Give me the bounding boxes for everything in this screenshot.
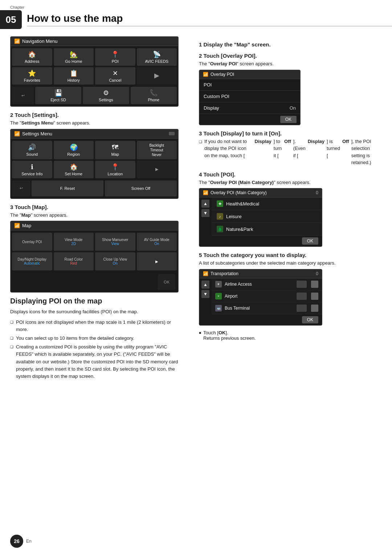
poi-main-row-nature[interactable]: 🌲 Nature&Park	[212, 223, 322, 236]
right-step1-heading: 1 Display the "Map" screen.	[199, 41, 382, 48]
poi-main-ok-btn[interactable]: OK	[302, 237, 318, 245]
map-cell-road-color[interactable]: Road Color Red	[54, 252, 94, 270]
trans-airport-label: Airport	[225, 294, 237, 299]
map-cell-av-guide[interactable]: AV Guide Mode On	[137, 233, 177, 251]
map-cell-view-mode[interactable]: View Mode 2D	[54, 233, 94, 251]
poi-up-arrow[interactable]: ▲	[201, 200, 209, 208]
page-lang: En	[26, 539, 32, 544]
map-cell-more2[interactable]: ▶	[137, 252, 177, 270]
nav-cell-favorites-label: Favorites	[24, 78, 40, 82]
poi-main-row-health[interactable]: ✚ Health&Medical	[212, 197, 322, 210]
signal-icon6: 📶	[203, 271, 208, 276]
map-ok-btn[interactable]: OK	[158, 274, 175, 290]
map-icon: 🗺	[112, 144, 118, 151]
nav-cell-settings[interactable]: ⚙ Settings	[83, 87, 129, 104]
settings-cell-more[interactable]: ▶	[137, 161, 177, 178]
map-cell-close-up[interactable]: Close Up View On	[95, 252, 135, 270]
region-icon: 🌍	[70, 143, 78, 151]
nav-cell-history[interactable]: 📋 History	[54, 67, 94, 85]
nav-menu-grid: 🏠 Address 🏡 Go Home 📍 POI 📡 AVIC FEEDS ⭐	[11, 46, 178, 87]
overlay-poi-title-label: Overlay POI	[211, 72, 234, 77]
right-step5: 5 Touch the category you want to display…	[199, 252, 382, 326]
trans-airport-img2	[311, 293, 318, 300]
map-more-icon: ▶	[155, 260, 158, 264]
overlay-ok-row: OK	[199, 114, 300, 125]
overlay-poi-row-display[interactable]: Display On	[199, 102, 300, 114]
settings-cell-region[interactable]: 🌍 Region	[54, 141, 94, 159]
settings-cell-sound[interactable]: 🔊 Sound	[12, 141, 52, 159]
nav-cell-favorites[interactable]: ⭐ Favorites	[12, 67, 52, 85]
settings-menu-grid: 🔊 Sound 🌍 Region 🗺 Map BacklightTimeoutN…	[11, 139, 178, 180]
map-road-color-label: Road Color	[64, 257, 83, 261]
trans-bus-label: Bus Terminal	[225, 306, 250, 311]
settings-cell-service-info-label: Service Info	[21, 172, 42, 176]
settings-back-btn[interactable]: ↩	[12, 180, 30, 196]
nav-cell-avic[interactable]: 📡 AVIC FEEDS	[137, 48, 177, 66]
map-panel-title: 📶 Map	[11, 221, 178, 230]
signal-icon2: 📶	[14, 131, 20, 136]
chapter-badge: 05	[0, 10, 22, 29]
settings-menu-title: 📶 Settings Menu	[11, 129, 178, 139]
settings-cell-set-home-label: Set Home	[65, 172, 82, 176]
health-icon: ✚	[217, 200, 223, 207]
transportation-ok-btn[interactable]: OK	[302, 316, 318, 323]
nav-cell-more[interactable]: ▶	[137, 67, 177, 85]
map-day-night-label: Day/Night Display	[18, 257, 46, 261]
map-road-color-val: Red	[70, 261, 77, 265]
settings-cell-map[interactable]: 🗺 Map	[95, 141, 135, 159]
poi-main-list-wrapper: ▲ ▼ ✚ Health&Medical ♪ Leisure	[199, 197, 322, 236]
airport-icon: +	[215, 293, 222, 299]
poi-down-arrow[interactable]: ▼	[201, 209, 209, 217]
location-icon: 📍	[111, 163, 119, 171]
nav-cell-go-home[interactable]: 🏡 Go Home	[54, 48, 94, 66]
nav-cell-phone[interactable]: 📞 Phone	[131, 87, 177, 104]
overlay-ok-btn[interactable]: OK	[280, 116, 297, 123]
settings-cell-location-label: Location	[107, 172, 123, 176]
nav-cell-address[interactable]: 🏠 Address	[12, 48, 52, 66]
nav-cell-poi[interactable]: 📍 POI	[95, 48, 135, 66]
nav-cell-cancel[interactable]: ✕ Cancel	[95, 67, 135, 85]
map-cell-day-night[interactable]: Day/Night Display Automatic	[12, 252, 52, 270]
map-show-manuever-label: Show Manuever	[102, 238, 128, 242]
step2-heading: 2 Touch [Settings].	[10, 112, 179, 118]
map-cell-overlay-poi[interactable]: Overlay POI	[12, 233, 52, 251]
nav-cell-back[interactable]: ↩	[12, 87, 34, 104]
map-cell-show-manuever[interactable]: Show Manuever View	[95, 233, 135, 251]
trans-row-bus[interactable]: 🚌 Bus Terminal	[212, 302, 322, 314]
nav-menu-title: 📶 Navigation Menu	[11, 37, 178, 46]
poi-bullet-2: You can select up to 10 items from the d…	[10, 335, 179, 342]
map-view-mode-label: View Mode	[65, 238, 82, 242]
transportation-panel-title: 📶 Transportation 0	[199, 269, 322, 278]
trans-airline-img	[297, 281, 307, 288]
settings-footer-f-reset[interactable]: F. Reset	[32, 180, 103, 196]
page-number-badge: 26	[10, 535, 23, 548]
trans-down-arrow[interactable]: ▼	[201, 290, 209, 298]
section-title-displaying-poi: Displaying POI on the map	[10, 297, 179, 305]
signal-icon4: 📶	[203, 72, 208, 77]
settings-footer-screen-off[interactable]: Screen Off	[105, 180, 177, 196]
settings-cell-backlight[interactable]: BacklightTimeoutNever	[137, 141, 177, 159]
favorites-icon: ⭐	[28, 69, 36, 77]
settings-cell-location[interactable]: 📍 Location	[95, 161, 135, 178]
signal-icon3: 📶	[14, 223, 20, 228]
overlay-poi-row-custom[interactable]: Custom POI	[199, 91, 300, 102]
poi-icon: 📍	[111, 50, 119, 58]
trans-row-airline[interactable]: ✈ Airline Access	[212, 278, 322, 290]
history-icon: 📋	[70, 69, 78, 77]
overlay-poi-row-poi[interactable]: POI	[199, 79, 300, 91]
trans-row-airport[interactable]: + Airport	[212, 290, 322, 302]
settings-cell-service-info[interactable]: ℹ Service Info	[12, 161, 52, 178]
trans-up-arrow[interactable]: ▲	[201, 281, 209, 289]
nav-cell-eject-sd[interactable]: 💾 Eject SD	[35, 87, 81, 104]
poi-main-row-leisure[interactable]: ♪ Leisure	[212, 210, 322, 223]
nav-cell-avic-label: AVIC FEEDS	[145, 59, 168, 64]
settings-cell-set-home[interactable]: 🏠 Set Home	[54, 161, 94, 178]
nature-icon: 🌲	[217, 226, 223, 232]
airline-icon: ✈	[215, 281, 222, 287]
overlay-poi-label: POI	[204, 82, 212, 87]
map-show-manuever-val: View	[111, 242, 119, 246]
trans-bus-img2	[311, 305, 318, 312]
phone-icon: 📞	[150, 89, 158, 97]
nav-menu-label: Navigation Menu	[22, 38, 58, 44]
right-step3: 3 Touch [Display] to turn it [On]. If yo…	[199, 130, 382, 166]
